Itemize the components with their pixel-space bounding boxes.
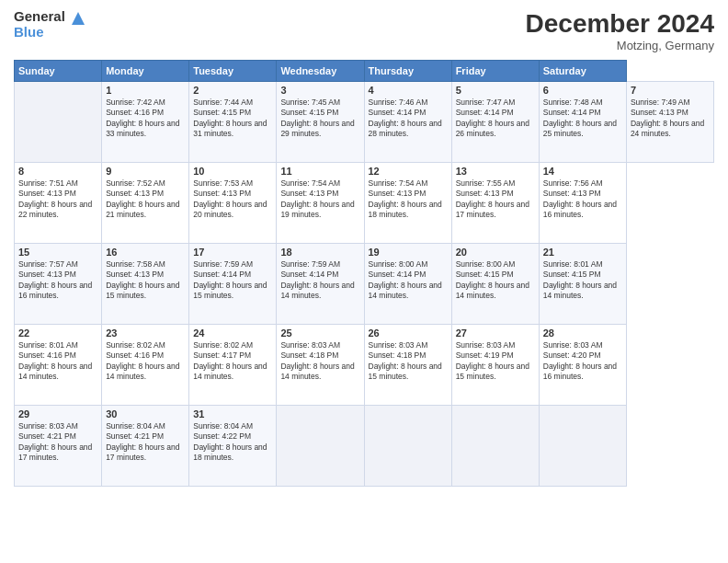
header-friday: Friday — [451, 61, 539, 82]
day-number: 4 — [369, 85, 448, 96]
day-info: Sunrise: 7:52 AM Sunset: 4:13 PM Dayligh… — [106, 178, 185, 221]
day-info: Sunrise: 8:03 AM Sunset: 4:19 PM Dayligh… — [456, 340, 535, 383]
daylight-label: Daylight: 8 hours and 17 minutes. — [106, 442, 179, 462]
day-number: 25 — [280, 327, 359, 339]
table-row: 25 Sunrise: 8:03 AM Sunset: 4:18 PM Dayl… — [277, 325, 364, 406]
table-row: 21 Sunrise: 8:01 AM Sunset: 4:15 PM Dayl… — [539, 244, 626, 325]
table-row: 27 Sunrise: 8:03 AM Sunset: 4:19 PM Dayl… — [451, 325, 539, 406]
day-number: 13 — [456, 166, 535, 177]
sunrise-label: Sunrise: 8:02 AM — [106, 340, 165, 350]
daylight-label: Daylight: 8 hours and 22 minutes. — [18, 200, 92, 219]
daylight-label: Daylight: 8 hours and 14 minutes. — [280, 281, 354, 300]
sunrise-label: Sunrise: 7:47 AM — [456, 98, 516, 107]
table-row: 18 Sunrise: 7:59 AM Sunset: 4:14 PM Dayl… — [277, 244, 364, 325]
day-number: 26 — [369, 327, 448, 339]
day-number: 28 — [543, 327, 622, 339]
daylight-label: Daylight: 8 hours and 14 minutes. — [280, 362, 354, 381]
day-info: Sunrise: 7:55 AM Sunset: 4:13 PM Dayligh… — [456, 178, 535, 221]
sunset-label: Sunset: 4:13 PM — [280, 189, 338, 198]
logo-arrow-icon — [68, 8, 88, 32]
sunset-label: Sunset: 4:13 PM — [543, 189, 601, 198]
calendar-week-1: 1 Sunrise: 7:42 AM Sunset: 4:16 PM Dayli… — [15, 82, 714, 163]
table-row: 5 Sunrise: 7:47 AM Sunset: 4:14 PM Dayli… — [451, 82, 539, 163]
sunset-label: Sunset: 4:13 PM — [456, 189, 514, 198]
logo-blue-text: Blue — [14, 25, 65, 40]
header-wednesday: Wednesday — [277, 61, 364, 82]
daylight-label: Daylight: 8 hours and 26 minutes. — [456, 119, 529, 138]
table-row — [15, 82, 102, 163]
daylight-label: Daylight: 8 hours and 17 minutes. — [18, 442, 92, 462]
day-info: Sunrise: 7:54 AM Sunset: 4:13 PM Dayligh… — [369, 178, 448, 221]
sunrise-label: Sunrise: 8:04 AM — [106, 421, 165, 431]
table-row: 31 Sunrise: 8:04 AM Sunset: 4:22 PM Dayl… — [189, 406, 277, 487]
sunrise-label: Sunrise: 7:49 AM — [631, 98, 690, 107]
daylight-label: Daylight: 8 hours and 31 minutes. — [193, 119, 267, 138]
day-info: Sunrise: 7:45 AM Sunset: 4:15 PM Dayligh… — [280, 98, 359, 140]
sunrise-label: Sunrise: 8:03 AM — [543, 340, 603, 350]
location-label: Motzing, Germany — [526, 39, 714, 52]
header-tuesday: Tuesday — [189, 61, 277, 82]
day-info: Sunrise: 8:04 AM Sunset: 4:22 PM Dayligh… — [193, 421, 272, 464]
day-number: 30 — [106, 408, 185, 419]
day-info: Sunrise: 7:49 AM Sunset: 4:13 PM Dayligh… — [631, 98, 710, 140]
sunset-label: Sunset: 4:18 PM — [369, 350, 427, 360]
table-row: 19 Sunrise: 8:00 AM Sunset: 4:14 PM Dayl… — [364, 244, 451, 325]
sunset-label: Sunset: 4:16 PM — [18, 350, 76, 360]
sunset-label: Sunset: 4:15 PM — [193, 108, 251, 117]
day-number: 27 — [456, 327, 535, 339]
day-info: Sunrise: 8:01 AM Sunset: 4:15 PM Dayligh… — [543, 259, 622, 302]
table-row — [451, 406, 539, 487]
table-row: 16 Sunrise: 7:58 AM Sunset: 4:13 PM Dayl… — [102, 244, 189, 325]
sunrise-label: Sunrise: 7:42 AM — [106, 98, 165, 107]
logo-general-text: General — [14, 9, 65, 25]
daylight-label: Daylight: 8 hours and 14 minutes. — [369, 281, 442, 300]
day-info: Sunrise: 7:59 AM Sunset: 4:14 PM Dayligh… — [280, 259, 359, 302]
sunset-label: Sunset: 4:14 PM — [369, 270, 427, 279]
daylight-label: Daylight: 8 hours and 25 minutes. — [543, 119, 617, 138]
logo: General Blue — [14, 9, 88, 40]
table-row: 22 Sunrise: 8:01 AM Sunset: 4:16 PM Dayl… — [15, 325, 102, 406]
table-row: 29 Sunrise: 8:03 AM Sunset: 4:21 PM Dayl… — [15, 406, 102, 487]
calendar-week-2: 8 Sunrise: 7:51 AM Sunset: 4:13 PM Dayli… — [15, 163, 714, 244]
day-number: 15 — [18, 247, 97, 258]
day-info: Sunrise: 7:47 AM Sunset: 4:14 PM Dayligh… — [456, 98, 535, 140]
daylight-label: Daylight: 8 hours and 15 minutes. — [369, 362, 442, 381]
day-info: Sunrise: 7:54 AM Sunset: 4:13 PM Dayligh… — [280, 178, 359, 221]
table-row: 10 Sunrise: 7:53 AM Sunset: 4:13 PM Dayl… — [189, 163, 277, 244]
sunset-label: Sunset: 4:13 PM — [369, 189, 427, 198]
daylight-label: Daylight: 8 hours and 18 minutes. — [193, 442, 267, 462]
header-sunday: Sunday — [15, 61, 102, 82]
table-row: 30 Sunrise: 8:04 AM Sunset: 4:21 PM Dayl… — [102, 406, 189, 487]
day-info: Sunrise: 8:03 AM Sunset: 4:18 PM Dayligh… — [369, 340, 448, 383]
day-number: 6 — [543, 85, 622, 96]
sunrise-label: Sunrise: 7:59 AM — [280, 259, 340, 269]
day-number: 9 — [106, 166, 185, 177]
daylight-label: Daylight: 8 hours and 16 minutes. — [543, 200, 617, 219]
day-info: Sunrise: 8:01 AM Sunset: 4:16 PM Dayligh… — [18, 340, 97, 383]
table-row: 15 Sunrise: 7:57 AM Sunset: 4:13 PM Dayl… — [15, 244, 102, 325]
sunset-label: Sunset: 4:14 PM — [543, 108, 601, 117]
calendar-page: General Blue December 2024 Motzing, Germ… — [0, 0, 728, 563]
sunrise-label: Sunrise: 8:01 AM — [543, 259, 603, 269]
day-info: Sunrise: 8:04 AM Sunset: 4:21 PM Dayligh… — [106, 421, 185, 464]
sunrise-label: Sunrise: 8:00 AM — [369, 259, 428, 269]
sunrise-label: Sunrise: 7:45 AM — [280, 98, 340, 107]
daylight-label: Daylight: 8 hours and 14 minutes. — [106, 362, 179, 381]
table-row: 17 Sunrise: 7:59 AM Sunset: 4:14 PM Dayl… — [189, 244, 277, 325]
sunset-label: Sunset: 4:14 PM — [280, 270, 338, 279]
sunrise-label: Sunrise: 7:58 AM — [106, 259, 165, 269]
sunset-label: Sunset: 4:14 PM — [193, 270, 251, 279]
daylight-label: Daylight: 8 hours and 14 minutes. — [543, 281, 617, 300]
sunset-label: Sunset: 4:13 PM — [106, 189, 164, 198]
sunrise-label: Sunrise: 7:48 AM — [543, 98, 603, 107]
day-info: Sunrise: 8:03 AM Sunset: 4:18 PM Dayligh… — [280, 340, 359, 383]
day-info: Sunrise: 7:51 AM Sunset: 4:13 PM Dayligh… — [18, 178, 97, 221]
day-info: Sunrise: 8:02 AM Sunset: 4:17 PM Dayligh… — [193, 340, 272, 383]
sunrise-label: Sunrise: 7:52 AM — [106, 178, 165, 188]
sunrise-label: Sunrise: 8:03 AM — [369, 340, 428, 350]
table-row: 23 Sunrise: 8:02 AM Sunset: 4:16 PM Dayl… — [102, 325, 189, 406]
table-row: 14 Sunrise: 7:56 AM Sunset: 4:13 PM Dayl… — [539, 163, 626, 244]
sunrise-label: Sunrise: 8:02 AM — [193, 340, 253, 350]
table-row — [364, 406, 451, 487]
day-number: 7 — [631, 85, 710, 96]
